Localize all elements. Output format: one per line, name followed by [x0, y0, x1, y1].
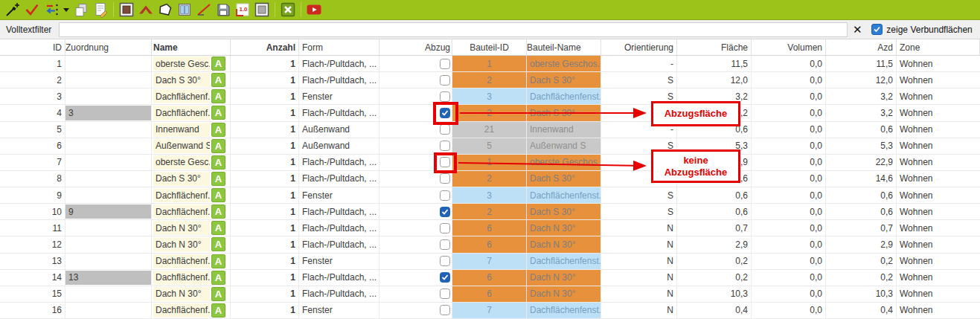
- table-row[interactable]: 5 InnenwandA 1 Außenwand 21 Innenwand - …: [0, 122, 980, 138]
- component-brown-icon[interactable]: [117, 1, 136, 19]
- cell-azd: 14,6: [826, 171, 897, 187]
- room-polygon-icon[interactable]: [156, 1, 175, 19]
- header-abzug[interactable]: Abzug: [379, 39, 452, 55]
- table-row[interactable]: 2 Dach S 30°A 1 Flach-/Pultdach, ... 2 D…: [0, 72, 980, 88]
- abzug-checkbox[interactable]: [440, 239, 450, 250]
- swap-arrows-icon[interactable]: [42, 1, 61, 19]
- cell-name[interactable]: Dach N 30°A: [152, 236, 231, 252]
- cell-name[interactable]: Dach N 30°A: [152, 220, 231, 236]
- cell-form: Fenster: [299, 303, 379, 318]
- cell-name[interactable]: Dachflächenf...A: [152, 303, 231, 318]
- copy-icon[interactable]: [71, 1, 91, 19]
- cell-zuordnung: [65, 220, 152, 236]
- excel-export-icon[interactable]: [278, 1, 298, 19]
- magic-wand-icon[interactable]: [3, 1, 22, 19]
- cell-name[interactable]: Dach N 30°A: [152, 286, 231, 302]
- cell-abzug: [379, 56, 452, 71]
- table-row[interactable]: 6 Außenwand SA 1 Außenwand 5 Außenwand S…: [0, 138, 980, 155]
- header-bauteil_id[interactable]: Bauteil-ID: [452, 39, 527, 55]
- filter-input[interactable]: [59, 22, 848, 37]
- show-compound-areas-label: zeige Verbundflächen: [886, 25, 972, 35]
- table-row[interactable]: 4 3 Dachflächenf...A 1 Flach-/Pultdach, …: [0, 105, 980, 121]
- header-zone[interactable]: Zone: [897, 39, 980, 55]
- cell-id: 6: [0, 138, 65, 154]
- toolbar-separator: [275, 2, 275, 17]
- table-row[interactable]: 9 Dachflächenf...A 1 Fenster 3 Dachfläch…: [0, 187, 980, 204]
- abzug-checkbox[interactable]: [440, 108, 450, 118]
- table-row[interactable]: 16 Dachflächenf...A 1 Fenster 7 Dachfläc…: [0, 303, 980, 319]
- cell-name[interactable]: Außenwand SA: [152, 138, 231, 154]
- abzug-checkbox[interactable]: [440, 173, 450, 184]
- abzug-checkbox[interactable]: [440, 305, 450, 315]
- table-row[interactable]: 12 Dach N 30°A 1 Flach-/Pultdach, ... 6 …: [0, 236, 980, 253]
- clear-filter-icon[interactable]: ✕: [848, 22, 867, 37]
- save-icon[interactable]: [214, 1, 233, 19]
- abzug-checkbox[interactable]: [440, 256, 450, 266]
- abzug-checkbox[interactable]: [440, 91, 450, 102]
- dropdown-arrow-icon[interactable]: [61, 1, 71, 19]
- header-orientierung[interactable]: Orientierung: [601, 39, 677, 55]
- cell-abzug: [379, 138, 452, 154]
- cell-name[interactable]: Dachflächenf...A: [152, 254, 231, 269]
- cell-name[interactable]: Dachflächenf...A: [152, 187, 231, 203]
- header-bauteil_name[interactable]: Bauteil-Name: [527, 39, 601, 55]
- abzug-checkbox[interactable]: [440, 207, 450, 217]
- scale-1-0-icon[interactable]: 1.0: [233, 1, 252, 19]
- table-row[interactable]: 1 oberste Gesc...A 1 Flach-/Pultdach, ..…: [0, 56, 980, 72]
- cell-name[interactable]: InnenwandA: [152, 122, 231, 138]
- abzug-checkbox[interactable]: [440, 223, 450, 233]
- abzug-checkbox[interactable]: [440, 75, 450, 86]
- table-row[interactable]: 11 Dach N 30°A 1 Flach-/Pultdach, ... 6 …: [0, 220, 980, 236]
- header-anzahl[interactable]: Anzahl: [231, 39, 299, 55]
- zone-a-icon: A: [211, 57, 225, 71]
- table-row[interactable]: 7 oberste Gesc...A 1 Flach-/Pultdach, ..…: [0, 155, 980, 171]
- filter-label: Volltextfilter: [0, 25, 59, 35]
- abzug-checkbox[interactable]: [440, 190, 450, 201]
- show-compound-areas-checkbox[interactable]: [871, 24, 883, 35]
- cell-azd: 3,2: [826, 105, 897, 120]
- cell-name[interactable]: Dachflächenf...A: [152, 270, 231, 286]
- table-row[interactable]: 3 Dachflächenf...A 1 Fenster 3 Dachfläch…: [0, 88, 980, 105]
- abzug-checkbox[interactable]: [440, 141, 450, 151]
- header-azd[interactable]: Azd: [826, 39, 897, 55]
- youtube-icon[interactable]: [304, 1, 324, 19]
- roof-slope-icon[interactable]: [194, 1, 214, 19]
- table-row[interactable]: 15 Dach N 30°A 1 Flach-/Pultdach, ... 6 …: [0, 286, 980, 303]
- cell-name[interactable]: oberste Gesc...A: [152, 155, 231, 170]
- component-gray-icon[interactable]: [252, 1, 272, 19]
- window-icon[interactable]: [175, 1, 194, 19]
- name-value: Dachflächenf...: [153, 303, 210, 318]
- cell-zone: Wohnen: [897, 270, 980, 286]
- abzug-checkbox[interactable]: [440, 157, 450, 167]
- header-id[interactable]: ID: [0, 39, 65, 55]
- red-check-icon[interactable]: [22, 1, 42, 19]
- edit-report-icon[interactable]: [91, 1, 110, 19]
- header-form[interactable]: Form: [299, 39, 379, 55]
- header-name[interactable]: Name: [152, 39, 231, 55]
- table-row[interactable]: 10 9 Dachflächenf...A 1 Flach-/Pultdach,…: [0, 204, 980, 220]
- cell-name[interactable]: Dachflächenf...A: [152, 88, 231, 104]
- abzug-checkbox[interactable]: [440, 272, 450, 283]
- header-zuordnung[interactable]: Zuordnung: [65, 39, 152, 55]
- abzug-checkbox[interactable]: [440, 124, 450, 135]
- cell-name[interactable]: Dachflächenf...A: [152, 204, 231, 219]
- header-flaeche[interactable]: Fläche: [677, 39, 752, 55]
- abzug-checkbox[interactable]: [440, 289, 450, 299]
- cell-name[interactable]: Dach S 30°A: [152, 72, 231, 88]
- roof-icon[interactable]: [136, 1, 156, 19]
- cell-bauteil-name: Außenwand S: [527, 138, 601, 154]
- cell-name[interactable]: oberste Gesc...A: [152, 56, 231, 71]
- header-volumen[interactable]: Volumen: [752, 39, 826, 55]
- abzug-checkbox[interactable]: [440, 59, 450, 69]
- table-row[interactable]: 13 Dachflächenf...A 1 Fenster 7 Dachfläc…: [0, 254, 980, 270]
- zone-a-icon: A: [211, 73, 225, 87]
- filter-bar: Volltextfilter ✕ zeige Verbundflächen: [0, 20, 980, 39]
- cell-name[interactable]: Dachflächenf...A: [152, 105, 231, 120]
- cell-name[interactable]: Dach S 30°A: [152, 171, 231, 187]
- cell-form: Flach-/Pultdach, ...: [299, 236, 379, 252]
- table-row[interactable]: 8 Dach S 30°A 1 Flach-/Pultdach, ... 2 D…: [0, 171, 980, 187]
- cell-zuordnung: 13: [65, 270, 152, 286]
- cell-zone: Wohnen: [897, 236, 980, 252]
- cell-zuordnung: [65, 254, 152, 269]
- table-row[interactable]: 14 13 Dachflächenf...A 1 Flach-/Pultdach…: [0, 270, 980, 286]
